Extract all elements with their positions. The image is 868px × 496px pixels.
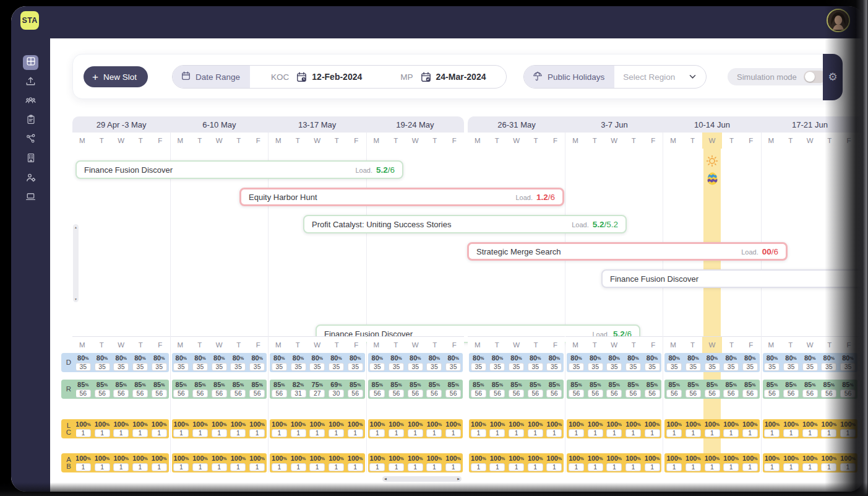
capacity-value[interactable]: 1 <box>528 463 543 471</box>
capacity-value[interactable]: 1 <box>132 463 148 471</box>
capacity-value[interactable]: 56 <box>666 389 682 398</box>
capacity-value[interactable]: 56 <box>783 389 799 398</box>
sidebar-item-user-settings[interactable] <box>24 172 38 185</box>
capacity-value[interactable]: 1 <box>546 429 562 437</box>
capacity-value[interactable]: 1 <box>528 429 543 437</box>
capacity-value[interactable]: 1 <box>625 429 641 437</box>
capacity-value[interactable]: 35 <box>840 363 856 371</box>
vertical-scrollbar[interactable]: ▲ ▼ <box>73 224 79 302</box>
capacity-value[interactable]: 1 <box>212 463 227 471</box>
capacity-value[interactable]: 1 <box>588 429 603 437</box>
capacity-value[interactable]: 56 <box>588 389 603 398</box>
capacity-value[interactable]: 1 <box>426 429 442 437</box>
scroll-right-arrow-icon[interactable]: ▶ <box>457 476 460 482</box>
capacity-value[interactable]: 35 <box>173 363 189 371</box>
capacity-value[interactable]: 35 <box>606 363 622 371</box>
week-label[interactable]: 29 Apr -3 May <box>72 116 170 133</box>
capacity-value[interactable]: 35 <box>666 363 682 371</box>
chevron-down-icon[interactable] <box>689 74 696 79</box>
capacity-value[interactable]: 35 <box>625 363 641 371</box>
capacity-value[interactable]: 35 <box>764 363 780 371</box>
capacity-value[interactable]: 35 <box>528 363 543 371</box>
capacity-value[interactable]: 1 <box>821 429 836 437</box>
capacity-value[interactable]: 1 <box>291 463 306 471</box>
capacity-value[interactable]: 1 <box>192 463 208 471</box>
task-bar[interactable]: Finance Fusion Discover <box>601 269 864 288</box>
capacity-value[interactable]: 35 <box>742 363 758 371</box>
capacity-value[interactable]: 56 <box>192 389 208 398</box>
capacity-value[interactable]: 1 <box>173 429 189 437</box>
capacity-value[interactable]: 1 <box>95 429 110 437</box>
scroll-up-arrow-icon[interactable]: ▲ <box>73 225 79 229</box>
capacity-value[interactable]: 35 <box>75 363 91 371</box>
week-label[interactable]: 3-7 Jun <box>565 116 663 133</box>
capacity-value[interactable]: 1 <box>389 463 404 471</box>
capacity-value[interactable]: 56 <box>685 389 701 398</box>
capacity-value[interactable]: 35 <box>546 363 562 371</box>
capacity-value[interactable]: 1 <box>152 429 167 437</box>
capacity-value[interactable]: 56 <box>802 389 818 398</box>
capacity-value[interactable]: 1 <box>329 429 344 437</box>
capacity-value[interactable]: 1 <box>666 429 682 437</box>
capacity-value[interactable]: 35 <box>588 363 603 371</box>
capacity-value[interactable]: 35 <box>408 363 423 371</box>
capacity-value[interactable]: 1 <box>489 429 505 437</box>
capacity-value[interactable]: 1 <box>862 429 864 437</box>
capacity-value[interactable]: 56 <box>389 389 404 398</box>
user-avatar[interactable] <box>827 9 850 32</box>
task-bar[interactable]: Profit Catalyst: Uniting Success Stories… <box>303 215 627 233</box>
capacity-value[interactable]: 35 <box>802 363 818 371</box>
sidebar-item-team[interactable] <box>24 95 38 108</box>
capacity-value[interactable]: 35 <box>783 363 799 371</box>
capacity-value[interactable]: 35 <box>705 363 720 371</box>
capacity-value[interactable]: 56 <box>173 389 189 398</box>
capacity-value[interactable]: 1 <box>426 463 442 471</box>
capacity-value[interactable]: 35 <box>862 363 864 371</box>
week-label[interactable]: 19-24 May <box>366 116 464 133</box>
capacity-value[interactable]: 35 <box>426 363 442 371</box>
capacity-value[interactable]: 35 <box>645 363 660 371</box>
capacity-value[interactable]: 56 <box>369 389 385 398</box>
capacity-value[interactable]: 56 <box>509 389 524 398</box>
app-logo[interactable]: STA <box>20 11 39 30</box>
capacity-value[interactable]: 56 <box>489 389 505 398</box>
capacity-value[interactable]: 35 <box>212 363 227 371</box>
capacity-value[interactable]: 56 <box>471 389 486 398</box>
capacity-value[interactable]: 35 <box>685 363 701 371</box>
capacity-value[interactable]: 1 <box>408 429 423 437</box>
capacity-value[interactable]: 1 <box>862 463 864 471</box>
capacity-value[interactable]: 1 <box>75 429 91 437</box>
scroll-left-arrow-icon[interactable]: ◀ <box>384 476 387 482</box>
capacity-value[interactable]: 1 <box>705 463 720 471</box>
week-label[interactable]: 13-17 May <box>269 116 366 133</box>
capacity-value[interactable]: 56 <box>742 389 758 398</box>
end-date-value[interactable]: 24-Mar-2024 <box>436 72 486 82</box>
capacity-value[interactable]: 35 <box>509 363 524 371</box>
capacity-value[interactable]: 1 <box>569 463 584 471</box>
capacity-value[interactable]: 1 <box>489 463 505 471</box>
sidebar-item-organization[interactable] <box>24 152 38 166</box>
capacity-value[interactable]: 1 <box>685 429 701 437</box>
capacity-value[interactable]: 1 <box>802 463 818 471</box>
capacity-value[interactable]: 56 <box>230 389 246 398</box>
capacity-value[interactable]: 1 <box>509 463 524 471</box>
capacity-value[interactable]: 35 <box>95 363 110 371</box>
capacity-value[interactable]: 56 <box>705 389 720 398</box>
capacity-value[interactable]: 1 <box>272 429 287 437</box>
capacity-value[interactable]: 35 <box>489 363 505 371</box>
week-label[interactable]: 6-10 May <box>170 116 268 133</box>
task-bar[interactable]: Equity Harbor HuntLoad.1.2/6 <box>239 188 564 206</box>
capacity-value[interactable]: 31 <box>291 389 306 398</box>
capacity-value[interactable]: 30 <box>329 389 344 398</box>
capacity-value[interactable]: 56 <box>95 389 110 398</box>
capacity-value[interactable]: 1 <box>230 429 246 437</box>
capacity-value[interactable]: 56 <box>75 389 91 398</box>
capacity-value[interactable]: 56 <box>152 389 167 398</box>
capacity-value[interactable]: 35 <box>152 363 167 371</box>
capacity-value[interactable]: 1 <box>113 463 129 471</box>
capacity-value[interactable]: 56 <box>546 389 562 398</box>
capacity-value[interactable]: 1 <box>173 463 189 471</box>
capacity-value[interactable]: 35 <box>471 363 486 371</box>
capacity-value[interactable]: 1 <box>272 463 287 471</box>
capacity-value[interactable]: 1 <box>588 463 603 471</box>
